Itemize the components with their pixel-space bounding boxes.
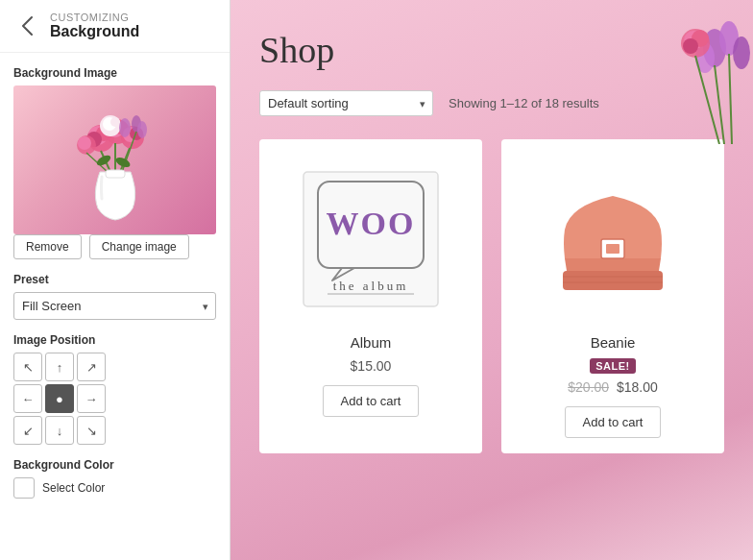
panel-title: Background xyxy=(50,23,139,40)
product-card-beanie: Beanie SALE! $20.00 $18.00 Add to cart xyxy=(501,139,724,453)
flower-vase-illustration xyxy=(58,85,173,234)
customizing-label: Customizing xyxy=(50,12,139,23)
image-position-label: Image Position xyxy=(13,333,216,347)
beanie-original-price: $20.00 xyxy=(568,379,609,395)
panel-header: Customizing Background xyxy=(0,0,230,53)
sale-badge-beanie: SALE! xyxy=(590,358,636,374)
shop-controls: Default sorting Sort by popularity Sort … xyxy=(259,90,724,116)
svg-point-28 xyxy=(733,37,750,69)
position-grid: ↖ ↑ ↗ ← ● → ↙ ↓ ↘ xyxy=(13,353,216,445)
preset-select-wrapper: Fill Screen Fit Screen Repeat Custom ▾ xyxy=(13,292,216,320)
svg-rect-42 xyxy=(563,271,663,290)
svg-text:WOO: WOO xyxy=(327,206,416,241)
select-color-button[interactable]: Select Color xyxy=(42,481,105,495)
product-name-beanie: Beanie xyxy=(591,334,636,351)
preset-section: Preset Fill Screen Fit Screen Repeat Cus… xyxy=(13,273,216,320)
add-to-cart-album[interactable]: Add to cart xyxy=(323,385,420,417)
beanie-artwork xyxy=(546,167,680,311)
products-grid: WOO the album Album $15.00 Add to cart xyxy=(259,139,724,453)
position-middle-right[interactable]: → xyxy=(77,384,106,413)
svg-point-17 xyxy=(137,121,147,138)
beanie-price-group: $20.00 $18.00 xyxy=(568,379,658,395)
svg-point-15 xyxy=(119,118,131,137)
color-swatch[interactable] xyxy=(13,477,35,499)
background-image-preview xyxy=(13,85,216,234)
svg-rect-25 xyxy=(106,170,125,178)
background-image-section: Background Image xyxy=(13,66,216,259)
position-top-center[interactable]: ↑ xyxy=(45,353,74,381)
color-row: Select Color xyxy=(13,477,216,499)
image-action-buttons: Remove Change image xyxy=(13,234,216,259)
deco-flowers-svg xyxy=(638,0,753,144)
sort-wrapper: Default sorting Sort by popularity Sort … xyxy=(259,90,433,116)
svg-line-35 xyxy=(729,54,732,144)
product-image-album: WOO the album xyxy=(275,155,467,323)
position-top-right[interactable]: ↗ xyxy=(77,353,106,381)
product-name-album: Album xyxy=(351,334,392,351)
album-artwork: WOO the album xyxy=(299,167,443,311)
change-image-button[interactable]: Change image xyxy=(89,234,189,259)
decorative-flowers xyxy=(638,0,753,144)
svg-text:the  album: the album xyxy=(333,279,409,293)
background-color-label: Background Color xyxy=(13,458,216,472)
results-text: Showing 1–12 of 18 results xyxy=(449,96,599,110)
background-color-section: Background Color Select Color xyxy=(13,458,216,499)
shop-preview: Shop Default sorting Sort by popularity … xyxy=(231,0,753,560)
header-text: Customizing Background xyxy=(50,12,139,40)
svg-point-12 xyxy=(110,117,120,127)
product-image-beanie xyxy=(517,155,709,323)
panel-body: Background Image xyxy=(0,53,230,512)
background-image-label: Background Image xyxy=(13,66,216,80)
customizer-panel: Customizing Background Background Image xyxy=(0,0,231,560)
remove-image-button[interactable]: Remove xyxy=(13,234,82,259)
image-position-section: Image Position ↖ ↑ ↗ ← ● → ↙ ↓ ↘ xyxy=(13,333,216,445)
position-bottom-left[interactable]: ↙ xyxy=(13,416,42,445)
position-bottom-right[interactable]: ↘ xyxy=(77,416,106,445)
position-bottom-center[interactable]: ↓ xyxy=(45,416,74,445)
product-price-album: $15.00 xyxy=(351,358,392,374)
position-middle-left[interactable]: ← xyxy=(13,384,42,413)
svg-rect-44 xyxy=(606,244,619,254)
sort-select[interactable]: Default sorting Sort by popularity Sort … xyxy=(259,90,433,116)
shop-title: Shop xyxy=(259,29,724,71)
product-card-album: WOO the album Album $15.00 Add to cart xyxy=(259,139,482,453)
add-to-cart-beanie[interactable]: Add to cart xyxy=(565,406,662,438)
svg-point-14 xyxy=(78,136,91,150)
position-top-left[interactable]: ↖ xyxy=(13,353,42,381)
position-middle-center[interactable]: ● xyxy=(45,384,74,413)
preset-label: Preset xyxy=(13,273,216,286)
back-button[interactable] xyxy=(13,12,40,39)
beanie-sale-price: $18.00 xyxy=(617,379,658,395)
preset-select[interactable]: Fill Screen Fit Screen Repeat Custom xyxy=(13,292,216,320)
